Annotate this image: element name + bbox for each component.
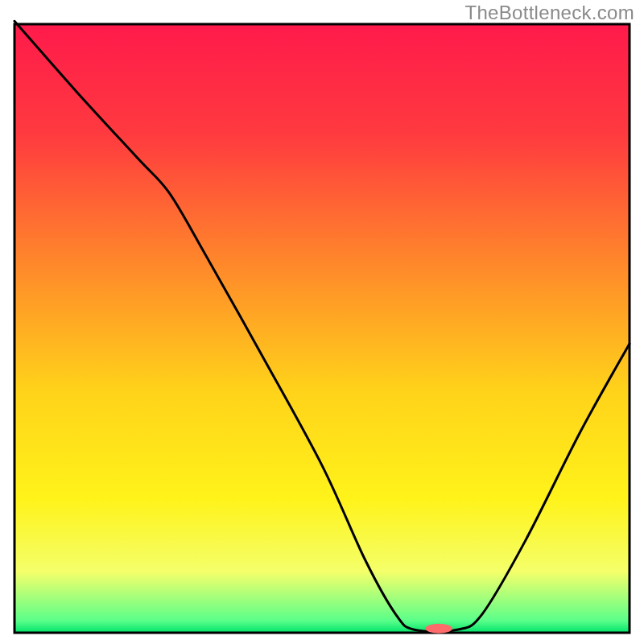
plot-background [14, 24, 630, 633]
optimum-marker [425, 624, 452, 634]
watermark-label: TheBottleneck.com [464, 2, 634, 24]
chart-container: { "watermark": "TheBottleneck.com", "cha… [0, 0, 644, 644]
bottleneck-chart [0, 0, 644, 644]
